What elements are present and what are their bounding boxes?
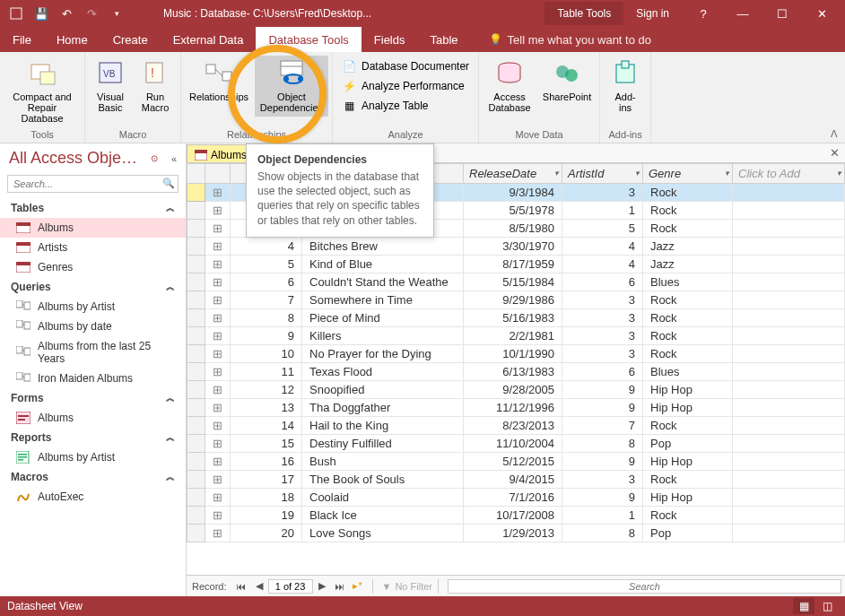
relationships-button[interactable]: Relationships — [185, 56, 253, 106]
cell-id[interactable]: 10 — [231, 345, 302, 363]
column-header-add[interactable]: Click to Add▾ — [733, 164, 845, 184]
cell-date[interactable]: 8/17/1959 — [464, 256, 562, 273]
nav-section-queries[interactable]: Queries︽ — [0, 277, 186, 297]
row-selector[interactable] — [187, 471, 205, 489]
cell-add[interactable] — [733, 417, 845, 435]
cell-add[interactable] — [733, 345, 845, 363]
cell-name[interactable]: Couldn't Stand the Weathe — [302, 273, 464, 291]
cell-artist[interactable]: 3 — [562, 471, 643, 489]
chevron-down-icon[interactable]: ▾ — [837, 169, 841, 178]
row-selector[interactable] — [187, 273, 205, 291]
cell-add[interactable] — [733, 363, 845, 381]
cell-date[interactable]: 6/13/1983 — [464, 363, 562, 381]
cell-artist[interactable]: 9 — [562, 381, 643, 399]
row-selector[interactable] — [187, 435, 205, 453]
expand-row-icon[interactable]: ⊞ — [205, 453, 231, 471]
cell-artist[interactable]: 3 — [562, 345, 643, 363]
expand-row-icon[interactable]: ⊞ — [205, 363, 231, 381]
cell-genre[interactable]: Rock — [643, 327, 733, 345]
cell-add[interactable] — [733, 291, 845, 309]
cell-add[interactable] — [733, 435, 845, 453]
close-button[interactable]: ✕ — [804, 0, 840, 27]
expand-row-icon[interactable]: ⊞ — [205, 238, 231, 256]
cell-id[interactable]: 18 — [231, 489, 302, 507]
table-row[interactable]: ⊞16Bush5/12/20159Hip Hop — [187, 453, 845, 471]
datasheet-view-button[interactable]: ▦ — [793, 598, 815, 614]
cell-id[interactable]: 5 — [231, 256, 302, 273]
nav-item-albums-by-artist[interactable]: Albums by Artist — [0, 447, 186, 467]
cell-id[interactable]: 7 — [231, 291, 302, 309]
cell-id[interactable]: 19 — [231, 507, 302, 525]
nav-item-albums[interactable]: Albums — [0, 408, 186, 428]
undo-icon[interactable]: ↶ — [56, 3, 77, 24]
cell-artist[interactable]: 9 — [562, 399, 643, 417]
cell-genre[interactable]: Rock — [643, 202, 733, 220]
cell-id[interactable]: 14 — [231, 417, 302, 435]
cell-genre[interactable]: Rock — [643, 507, 733, 525]
cell-add[interactable] — [733, 220, 845, 238]
nav-item-autoexec[interactable]: AutoExec — [0, 487, 186, 507]
expand-row-icon[interactable]: ⊞ — [205, 489, 231, 507]
table-row[interactable]: ⊞14Hail to the King8/23/20137Rock — [187, 417, 845, 435]
record-search-input[interactable] — [448, 579, 841, 594]
cell-artist[interactable]: 9 — [562, 489, 643, 507]
expand-row-icon[interactable]: ⊞ — [205, 525, 231, 542]
row-selector[interactable] — [187, 220, 205, 238]
nav-section-forms[interactable]: Forms︽ — [0, 388, 186, 408]
cell-artist[interactable]: 6 — [562, 363, 643, 381]
table-row[interactable]: ⊞8Piece of Mind5/16/19833Rock — [187, 309, 845, 327]
chevron-down-icon[interactable]: ▾ — [635, 169, 640, 178]
nav-item-genres[interactable]: Genres — [0, 257, 186, 277]
row-selector[interactable] — [187, 453, 205, 471]
row-selector[interactable] — [187, 184, 205, 202]
cell-genre[interactable]: Hip Hop — [643, 489, 733, 507]
expand-row-icon[interactable]: ⊞ — [205, 256, 231, 273]
cell-genre[interactable]: Blues — [643, 363, 733, 381]
table-row[interactable]: ⊞15Destiny Fulfilled11/10/20048Pop — [187, 435, 845, 453]
cell-name[interactable]: Somewhere in Time — [302, 291, 464, 309]
cell-name[interactable]: No Prayer for the Dying — [302, 345, 464, 363]
new-record-button[interactable]: ▸* — [349, 580, 367, 592]
table-row[interactable]: ⊞4Bitches Brew3/30/19704Jazz — [187, 238, 845, 256]
save-icon[interactable]: 💾 — [30, 3, 52, 24]
row-selector[interactable] — [187, 525, 205, 542]
table-row[interactable]: ⊞17The Book of Souls9/4/20153Rock — [187, 471, 845, 489]
expand-row-icon[interactable]: ⊞ — [205, 435, 231, 453]
prev-record-button[interactable]: ◀ — [250, 580, 268, 592]
cell-add[interactable] — [733, 256, 845, 273]
cell-date[interactable]: 9/4/2015 — [464, 471, 562, 489]
cell-genre[interactable]: Rock — [643, 345, 733, 363]
cell-add[interactable] — [733, 184, 845, 202]
cell-genre[interactable]: Jazz — [643, 238, 733, 256]
table-row[interactable]: ⊞11Texas Flood6/13/19836Blues — [187, 363, 845, 381]
nav-item-iron-maiden-albums[interactable]: Iron Maiden Albums — [0, 369, 186, 388]
table-row[interactable]: ⊞19Black Ice10/17/20081Rock — [187, 507, 845, 525]
cell-genre[interactable]: Rock — [643, 309, 733, 327]
row-selector[interactable] — [187, 202, 205, 220]
row-selector[interactable] — [187, 399, 205, 417]
cell-date[interactable]: 2/2/1981 — [464, 327, 562, 345]
table-row[interactable]: ⊞7Somewhere in Time9/29/19863Rock — [187, 291, 845, 309]
last-record-button[interactable]: ⏭ — [331, 581, 349, 592]
expand-row-icon[interactable]: ⊞ — [205, 273, 231, 291]
cell-date[interactable]: 10/17/2008 — [464, 507, 562, 525]
cell-name[interactable]: Killers — [302, 327, 464, 345]
cell-name[interactable]: Bush — [302, 453, 464, 471]
tab-table[interactable]: Table — [418, 27, 471, 52]
cell-date[interactable]: 11/10/2004 — [464, 435, 562, 453]
cell-genre[interactable]: Pop — [643, 435, 733, 453]
row-selector[interactable] — [187, 363, 205, 381]
maximize-button[interactable]: ☐ — [764, 0, 800, 27]
nav-section-tables[interactable]: Tables︽ — [0, 198, 186, 218]
cell-date[interactable]: 8/23/2013 — [464, 417, 562, 435]
cell-id[interactable]: 8 — [231, 309, 302, 327]
cell-date[interactable]: 5/16/1983 — [464, 309, 562, 327]
table-row[interactable]: ⊞6Couldn't Stand the Weathe5/15/19846Blu… — [187, 273, 845, 291]
cell-id[interactable]: 16 — [231, 453, 302, 471]
row-selector[interactable] — [187, 489, 205, 507]
cell-id[interactable]: 20 — [231, 525, 302, 542]
object-dependencies-button[interactable]: Object Dependencies — [255, 56, 328, 117]
cell-id[interactable]: 13 — [231, 399, 302, 417]
access-database-button[interactable]: Access Database — [483, 56, 536, 117]
help-icon[interactable]: ? — [685, 0, 721, 27]
